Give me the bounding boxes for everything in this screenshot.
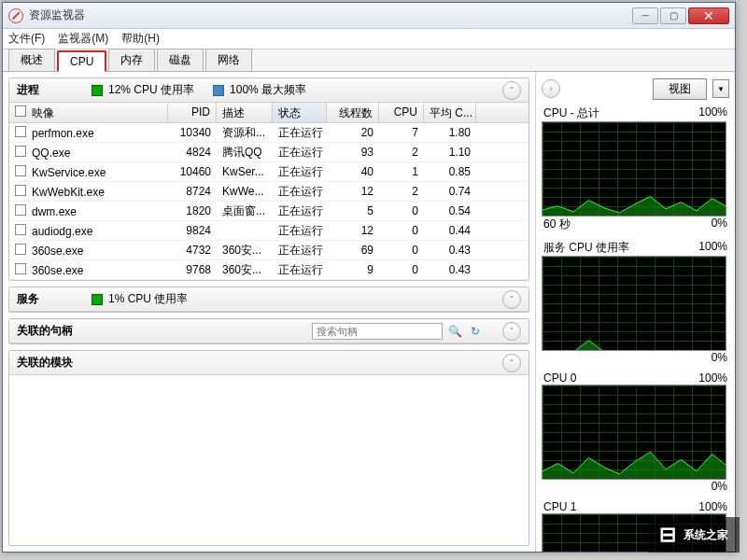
tab-bar: 概述 CPU 内存 磁盘 网络 [3,49,735,72]
expand-icon[interactable]: ˅ [502,290,521,309]
processes-title: 进程 [17,82,73,98]
row-checkbox[interactable] [15,244,26,255]
services-section: 服务 1% CPU 使用率 ˅ [8,287,529,313]
graph-title: CPU - 总计 [543,105,599,121]
tab-overview[interactable]: 概述 [8,49,55,71]
left-pane: 进程 12% CPU 使用率 100% 最大频率 ˄ 映像 PID 描述 状态 … [3,72,535,552]
svg-marker-2 [543,452,726,480]
table-row[interactable]: 360se.exe4732360安...正在运行6900.43 [9,241,529,260]
window-title: 资源监视器 [29,7,632,23]
graph-canvas [542,121,726,217]
blue-box-icon [213,85,224,96]
row-checkbox[interactable] [15,263,26,274]
row-checkbox[interactable] [15,126,26,137]
col-image[interactable]: 映像 [9,103,168,122]
green-box-icon [92,294,103,305]
table-row[interactable]: 360se.exe9768360安...正在运行900.43 [9,260,529,280]
col-avg[interactable]: 平均 C... [424,103,476,122]
menu-monitor[interactable]: 监视器(M) [58,31,108,47]
services-header[interactable]: 服务 1% CPU 使用率 ˅ [9,287,529,312]
content-area: 进程 12% CPU 使用率 100% 最大频率 ˄ 映像 PID 描述 状态 … [3,72,735,552]
graph-max: 100% [698,240,727,256]
graph-min: 0% [712,217,727,232]
collapse-right-icon[interactable]: › [542,79,560,98]
view-dropdown-icon[interactable]: ▼ [712,79,729,98]
graph-min: 0% [712,351,727,364]
table-row[interactable]: dwm.exe1820桌面窗...正在运行500.54 [9,202,529,221]
minimize-button[interactable]: ─ [632,7,658,24]
table-row[interactable]: QQ.exe4824腾讯QQ正在运行9321.10 [9,143,529,162]
handles-header[interactable]: 关联的句柄 🔍 ↻ ˅ [9,319,529,343]
checkbox-all[interactable] [15,105,26,117]
table-row[interactable]: audiodg.exe9824正在运行1200.44 [9,221,529,241]
max-freq-stat: 100% 最大频率 [213,82,306,98]
col-pid[interactable]: PID [168,103,217,122]
menu-file[interactable]: 文件(F) [8,31,45,47]
graph-canvas [542,385,726,480]
right-pane: › 视图 ▼ CPU - 总计100%60 秒0%服务 CPU 使用率100%0… [535,72,735,552]
tab-disk[interactable]: 磁盘 [157,49,204,71]
menubar: 文件(F) 监视器(M) 帮助(H) [3,29,735,49]
handles-title: 关联的句柄 [17,323,73,339]
modules-title: 关联的模块 [17,355,73,371]
app-icon [8,8,23,23]
watermark-text: 系统之家 [684,527,728,543]
row-checkbox[interactable] [15,224,26,235]
graph-max: 100% [698,105,727,121]
close-button[interactable]: ✕ [688,7,729,24]
menu-help[interactable]: 帮助(H) [121,31,160,47]
tab-cpu[interactable]: CPU [57,50,106,72]
handles-section: 关联的句柄 🔍 ↻ ˅ [8,318,529,344]
tab-memory[interactable]: 内存 [108,49,155,71]
table-row[interactable]: perfmon.exe10340资源和...正在运行2071.80 [9,123,529,143]
green-box-icon [92,85,103,96]
col-cpu[interactable]: CPU [379,103,424,122]
table-row[interactable]: KwWebKit.exe8724KwWe...正在运行1220.74 [9,182,529,202]
expand-icon[interactable]: ˅ [502,322,521,341]
cpu-usage-stat: 12% CPU 使用率 [92,82,194,98]
graph-max: 100% [698,500,727,513]
graphs-container: CPU - 总计100%60 秒0%服务 CPU 使用率100%0%CPU 01… [542,105,729,552]
col-desc[interactable]: 描述 [217,103,273,122]
window-buttons: ─ ▢ ✕ [632,7,729,24]
services-title: 服务 [17,291,73,307]
cpu-graph: CPU 0100%0% [542,371,729,493]
tab-network[interactable]: 网络 [205,49,252,71]
table-row[interactable]: KwService.exe10460KwSer...正在运行4010.85 [9,162,529,182]
graph-xaxis: 60 秒 [543,217,571,232]
maximize-button[interactable]: ▢ [660,7,686,24]
graph-max: 100% [698,371,727,385]
titlebar[interactable]: 资源监视器 ─ ▢ ✕ [3,3,735,29]
graph-title: 服务 CPU 使用率 [543,240,629,256]
watermark: ⊟ 系统之家 [648,517,740,553]
resource-monitor-window: 资源监视器 ─ ▢ ✕ 文件(F) 监视器(M) 帮助(H) 概述 CPU 内存… [2,2,736,553]
expand-icon[interactable]: ˅ [502,354,521,372]
graph-title: CPU 0 [543,371,576,385]
processes-header[interactable]: 进程 12% CPU 使用率 100% 最大频率 ˄ [9,78,529,103]
watermark-logo-icon: ⊟ [659,523,676,547]
row-checkbox[interactable] [15,185,26,196]
col-status[interactable]: 状态 [273,103,327,122]
graph-min: 0% [712,480,727,493]
graph-title: CPU 1 [543,500,576,513]
collapse-icon[interactable]: ˄ [502,81,521,100]
graph-canvas [542,256,726,351]
cpu-graph: 服务 CPU 使用率100%0% [542,240,729,364]
view-button[interactable]: 视图 [653,78,707,100]
row-checkbox[interactable] [15,165,26,176]
processes-section: 进程 12% CPU 使用率 100% 最大频率 ˄ 映像 PID 描述 状态 … [8,77,529,281]
modules-header[interactable]: 关联的模块 ˅ [9,351,529,375]
modules-section: 关联的模块 ˅ [8,350,529,546]
search-input[interactable] [312,323,443,340]
handles-search: 🔍 ↻ [297,323,484,340]
refresh-icon[interactable]: ↻ [467,323,484,340]
col-threads[interactable]: 线程数 [327,103,379,122]
right-header: › 视图 ▼ [542,77,729,100]
svg-marker-0 [543,197,726,217]
search-icon[interactable]: 🔍 [446,323,463,340]
process-table-header: 映像 PID 描述 状态 线程数 CPU 平均 C... [9,103,529,123]
process-table-body: perfmon.exe10340资源和...正在运行2071.80QQ.exe4… [9,123,529,280]
cpu-graph: CPU - 总计100%60 秒0% [542,105,729,232]
row-checkbox[interactable] [15,204,26,216]
row-checkbox[interactable] [15,146,26,157]
